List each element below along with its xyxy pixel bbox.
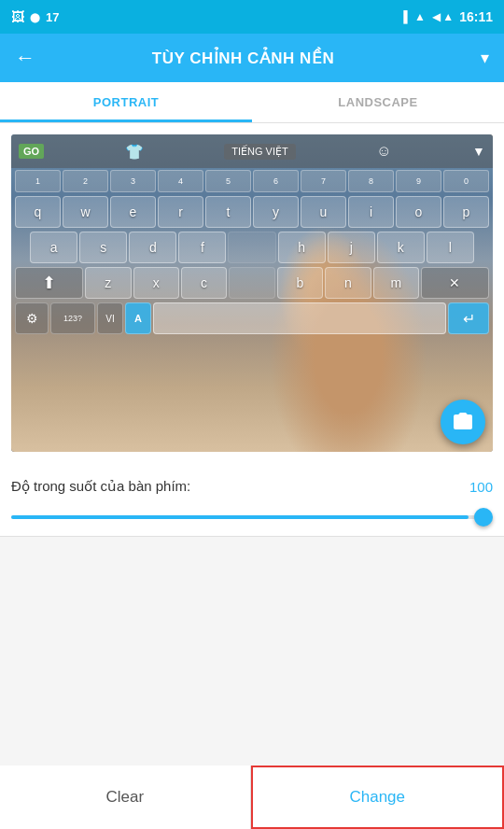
kb-bottom-row: ⚙ 123? VI A ↵ [11,301,493,336]
key-a[interactable]: a [30,232,77,263]
key-h[interactable]: h [278,232,326,263]
key-x[interactable]: x [133,267,179,299]
kb-row-2: a s d f h j k l [11,230,493,265]
slider-fill [11,515,469,519]
shirt-icon: 👕 [125,143,144,161]
key-y[interactable]: y [253,196,299,228]
key-e[interactable]: e [110,196,156,228]
key-u[interactable]: u [301,196,346,228]
key-p[interactable]: p [443,196,489,228]
status-bar-left: 🖼 ⬤ 17 [11,9,59,24]
key-s[interactable]: s [79,232,127,263]
slider-thumb[interactable] [474,508,493,527]
opacity-label: Độ trong suốt của bàn phím: [11,478,190,495]
key-a-blue[interactable]: A [125,302,151,334]
more-icon: ▼ [472,144,485,159]
key-g[interactable] [228,232,275,263]
slider-track [11,515,493,519]
key-l[interactable]: l [427,232,474,263]
key-7[interactable]: 7 [301,170,346,192]
key-1[interactable]: 1 [15,170,61,192]
key-settings[interactable]: ⚙ [15,302,49,334]
circle-icon: ⬤ [30,12,40,22]
key-0[interactable]: 0 [443,170,489,192]
key-6[interactable]: 6 [253,170,299,192]
key-2[interactable]: 2 [63,170,108,192]
notification-count: 17 [46,10,59,24]
main-content: GO 👕 TIẾNG VIỆT ☺ ▼ 1 2 3 4 5 6 7 8 9 0 [0,123,504,463]
key-f[interactable]: f [178,232,226,263]
status-bar: 🖼 ⬤ 17 ▐ ▲ ◀▲ 16:11 [0,0,504,34]
key-enter[interactable]: ↵ [448,302,489,334]
tabs-bar: PORTRAIT LANDSCAPE [0,82,504,123]
page-title: TÙY CHỈNH CẢNH NỀN [21,49,466,68]
key-5[interactable]: 5 [205,170,251,192]
key-3[interactable]: 3 [110,170,156,192]
key-bn[interactable]: b [277,267,323,299]
key-c[interactable]: c [181,267,227,299]
kb-top-row: GO 👕 TIẾNG VIỆT ☺ ▼ [11,134,493,168]
key-z[interactable]: z [85,267,131,299]
top-bar: ← TÙY CHỈNH CẢNH NỀN ▾ [0,34,504,82]
key-o[interactable]: o [396,196,441,228]
key-j[interactable]: j [328,232,375,263]
divider [0,536,504,537]
status-time: 16:11 [459,9,493,24]
camera-fab-button[interactable] [441,400,485,444]
kb-row-3: ⬆ z x c b n m ✕ [11,265,493,301]
key-b[interactable] [229,267,274,299]
camera-icon [452,411,474,433]
key-lang-vi[interactable]: VI [97,302,123,334]
key-8[interactable]: 8 [348,170,394,192]
opacity-slider[interactable] [11,506,493,528]
key-w[interactable]: w [63,196,108,228]
key-9[interactable]: 9 [396,170,441,192]
key-num-sym[interactable]: 123? [50,302,95,334]
key-shift[interactable]: ⬆ [15,267,83,299]
key-d[interactable]: d [129,232,176,263]
bottom-buttons: Clear Change [0,766,504,829]
photo-icon: 🖼 [11,9,24,24]
key-q[interactable]: q [15,196,61,228]
key-r[interactable]: r [158,196,203,228]
status-bar-right: ▐ ▲ ◀▲ 16:11 [399,9,493,24]
smile-icon: ☺ [376,143,391,160]
key-t[interactable]: t [205,196,251,228]
opacity-value: 100 [469,479,493,495]
key-i[interactable]: i [348,196,394,228]
controls-section: Độ trong suốt của bàn phím: 100 [0,463,504,536]
key-m[interactable]: m [373,267,419,299]
opacity-row: Độ trong suốt của bàn phím: 100 [11,478,493,495]
dropdown-icon[interactable]: ▾ [481,48,489,68]
keyboard-overlay: GO 👕 TIẾNG VIỆT ☺ ▼ 1 2 3 4 5 6 7 8 9 0 [11,134,493,452]
kb-num-row: 1 2 3 4 5 6 7 8 9 0 [11,168,493,194]
kb-lang-label: TIẾNG VIỆT [224,144,295,160]
key-n[interactable]: n [325,267,371,299]
key-space[interactable] [153,302,446,334]
signal-icons: ▐ ▲ ◀▲ [399,10,455,23]
tab-portrait[interactable]: PORTRAIT [0,82,252,122]
tab-landscape[interactable]: LANDSCAPE [252,82,504,122]
keyboard-preview: GO 👕 TIẾNG VIỆT ☺ ▼ 1 2 3 4 5 6 7 8 9 0 [11,134,493,452]
kb-row-1: q w e r t y u i o p [11,194,493,230]
key-4[interactable]: 4 [158,170,203,192]
clear-button[interactable]: Clear [0,766,251,829]
key-backspace[interactable]: ✕ [421,267,489,299]
change-button[interactable]: Change [251,766,505,829]
go-icon: GO [19,144,44,159]
key-k[interactable]: k [377,232,425,263]
